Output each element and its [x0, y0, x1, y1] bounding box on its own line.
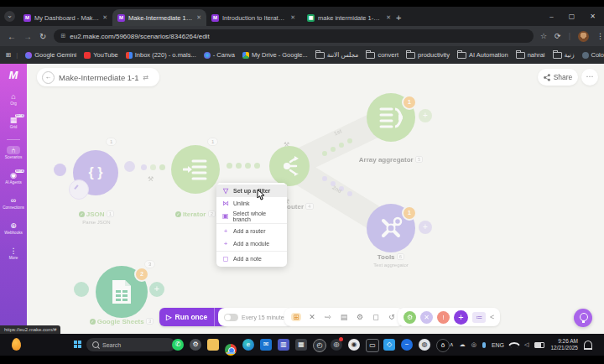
microphone-icon[interactable] — [482, 342, 486, 348]
menu-item-add-note[interactable]: ◻ Add a note — [216, 252, 287, 265]
add-next-module-button[interactable]: + — [419, 221, 432, 234]
volume-icon[interactable]: ◁ — [524, 341, 528, 348]
add-module-button[interactable]: + — [454, 310, 468, 325]
tab-close-icon[interactable]: ✕ — [290, 14, 295, 21]
taskbar-icon-dark-app[interactable]: ō — [436, 339, 450, 352]
bookmark-youtube[interactable]: YouTube — [84, 51, 117, 59]
add-next-module-button[interactable]: + — [419, 109, 432, 122]
bookmark-color-theme[interactable]: Color theme from i... — [582, 51, 604, 59]
window-minimize-button[interactable]: – — [549, 13, 553, 20]
taskbar-icon-edge[interactable]: e — [242, 339, 254, 351]
app-shortcut-1[interactable]: ⚙ — [404, 311, 416, 324]
notes-icon[interactable]: ◻ — [371, 313, 381, 321]
wifi-icon[interactable] — [508, 339, 520, 351]
bookmark-folder-ai-automation[interactable]: AI Automation — [457, 51, 508, 59]
taskbar-icon-clock[interactable]: ◴ — [313, 339, 326, 352]
scenario-canvas[interactable]: ⚒ ⚒ ⚒ 1st 2nd { } 1 ✓JSON 1 Parse JSON — [0, 64, 604, 334]
header-more-button[interactable]: ⋯ — [581, 69, 598, 86]
app-shortcut-2[interactable]: ✕ — [420, 311, 433, 324]
browser-tab-2-active[interactable]: M Make-Intermediate 1-1 | Make ✕ — [112, 9, 206, 26]
sidebar-item-ai-agents[interactable]: BETA ◉ AI Agents — [0, 171, 27, 185]
warning-badge[interactable]: 1 — [402, 205, 417, 221]
warning-badge[interactable]: 2 — [134, 267, 149, 282]
tab-close-icon[interactable]: ✕ — [196, 14, 201, 21]
blueprint-icon[interactable]: ▤ — [339, 313, 349, 321]
bookmark-folder-arabic2[interactable]: زنية — [553, 51, 575, 59]
taskbar-icon-mail[interactable]: ✉ — [260, 339, 272, 351]
sidebar-item-scenarios[interactable]: ⑃ Scenarios — [0, 146, 27, 159]
taskbar-icon-record[interactable]: ◉ — [348, 339, 360, 351]
flow-panel-icon[interactable]: ≔ — [472, 312, 486, 323]
reload-icon[interactable]: ↻ — [39, 32, 46, 41]
taskbar-icon-vscode[interactable]: ◇ — [383, 339, 395, 351]
menu-item-select-whole-branch[interactable]: ▣ Select whole branch — [216, 210, 287, 222]
rename-icon[interactable]: ⇄ — [143, 74, 149, 81]
bookmark-inbox[interactable]: Inbox (220) - o.mals... — [126, 51, 196, 59]
bookmark-star-icon[interactable]: ☆ — [540, 32, 547, 40]
bookmark-folder-arabic1[interactable]: مجلس الاننة — [315, 51, 359, 59]
notifications-bell-icon[interactable] — [584, 341, 592, 350]
sidebar-item-webhooks[interactable]: ⊕ Webhooks — [0, 221, 27, 235]
hidden-icons-chevron[interactable]: ∧ — [450, 341, 454, 348]
bookmark-gemini[interactable]: Google Gemini — [25, 51, 76, 59]
help-tips-button[interactable] — [574, 309, 592, 327]
onedrive-cloud-icon[interactable]: ☁ — [460, 341, 466, 348]
window-maximize-button[interactable]: ▢ — [569, 13, 575, 20]
bookmark-folder-nahrai[interactable]: nahrai — [516, 51, 545, 59]
module-iterator[interactable] — [171, 145, 220, 194]
taskbar-widget-icon[interactable] — [12, 338, 21, 351]
taskbar-icon-blue-app[interactable]: − — [401, 339, 413, 351]
taskbar-icon-obs[interactable]: ◍ — [419, 339, 430, 351]
make-logo[interactable]: M — [0, 69, 27, 81]
bookmark-drive[interactable]: My Drive - Google... — [242, 51, 308, 59]
warning-badge[interactable]: 1 — [402, 95, 417, 110]
bookmark-folder-productivity[interactable]: productivity — [406, 51, 450, 59]
browser-tab-4[interactable]: ▦ make intermidate 1-2 - Googl ✕ — [302, 9, 396, 26]
back-button[interactable]: ← — [42, 71, 55, 84]
browser-tab-3[interactable]: M Introduction to Iterators and A ✕ — [206, 9, 300, 26]
tray-obs-icon[interactable]: ◎ — [471, 341, 476, 348]
settings-gear-icon[interactable]: ⚙ — [355, 313, 365, 321]
site-info-icon[interactable]: ⊞ — [60, 33, 65, 39]
window-close-button[interactable]: ✕ — [590, 13, 596, 20]
tab-close-icon[interactable]: ✕ — [102, 14, 107, 21]
menu-item-add-router[interactable]: + Add a router — [216, 225, 287, 237]
auto-align-icon[interactable]: ⊞ — [291, 313, 301, 321]
sidebar-item-connections[interactable]: ∞ Connections — [0, 196, 27, 210]
module-router[interactable] — [269, 146, 310, 186]
tab-close-icon[interactable]: ✕ — [386, 14, 391, 21]
taskbar-icon-whatsapp[interactable]: ✆ — [172, 339, 184, 351]
app-shortcut-3[interactable]: ! — [437, 311, 450, 324]
flow-control-icon[interactable]: ⇨ — [323, 313, 333, 321]
sidebar-item-org[interactable]: ⌂ Org — [0, 92, 27, 106]
taskbar-icon-calculator[interactable]: ▦ — [295, 339, 307, 351]
profile-avatar[interactable] — [578, 31, 589, 42]
browser-tab-1[interactable]: M My Dashboard - Make Academ ✕ — [18, 9, 112, 26]
tab-search-icon[interactable]: ⌄ — [4, 11, 15, 22]
menu-item-set-up-filter[interactable]: ▽ Set up a filter — [216, 185, 287, 197]
menu-item-add-module[interactable]: + Add a module — [216, 237, 287, 250]
extension-icon[interactable]: ⟳ — [555, 32, 561, 40]
taskbar-icon-terminal[interactable]: ▭ — [366, 339, 379, 352]
start-button[interactable] — [74, 341, 81, 348]
clock-date[interactable]: 9:26 AM 12/21/2025 — [550, 338, 578, 352]
bookmark-folder-convert[interactable]: convert — [366, 51, 398, 59]
scheduling-toggle[interactable] — [224, 314, 238, 321]
taskbar-icon-teams[interactable]: ▥ — [278, 339, 289, 351]
battery-icon[interactable] — [534, 342, 544, 348]
url-field[interactable]: ⊞ eu2.make.com/596089/scenarios/8346264/… — [54, 29, 534, 43]
language-indicator[interactable]: ENG — [492, 342, 504, 348]
sidebar-item-grid[interactable]: BETA ▦ Grid — [0, 116, 27, 129]
taskbar-search[interactable]: Search — [86, 338, 175, 351]
filter-wrench-icon[interactable]: ⚒ — [148, 175, 154, 183]
explain-flow-icon[interactable]: ✕ — [307, 313, 317, 321]
browser-menu-icon[interactable]: ⋮ — [596, 32, 604, 40]
menu-item-unlink[interactable]: ⋈ Unlink — [216, 197, 287, 210]
new-tab-button[interactable]: + — [396, 13, 401, 23]
add-next-module-button[interactable]: + — [149, 282, 164, 297]
bookmark-canva[interactable]: - Canva — [204, 51, 235, 59]
previous-versions-icon[interactable]: ↺ — [387, 313, 397, 321]
back-icon[interactable]: ← — [8, 32, 16, 41]
sidebar-item-more[interactable]: ⋮ More — [0, 247, 27, 260]
apps-grid-icon[interactable]: ⊞ — [6, 51, 11, 59]
